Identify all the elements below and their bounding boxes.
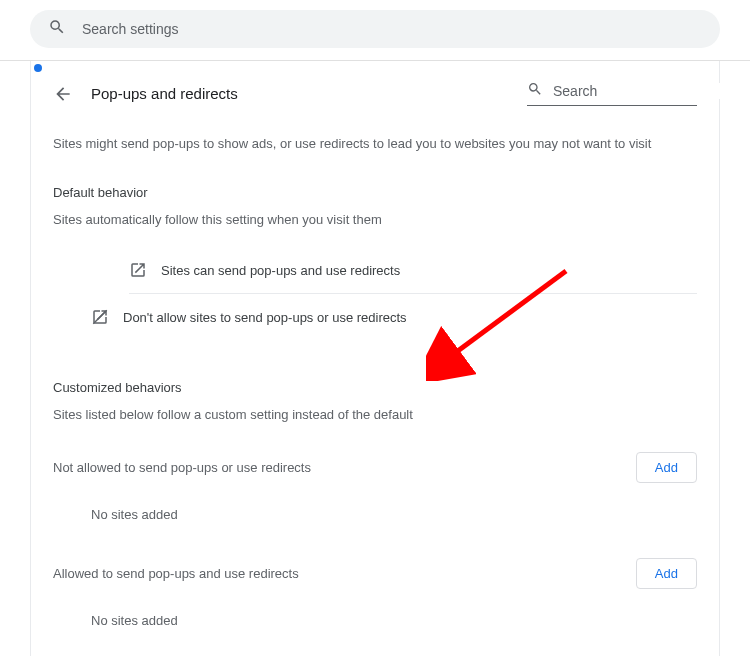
panel-search-input[interactable]: [553, 83, 728, 99]
panel-search[interactable]: [527, 81, 697, 106]
customized-title: Customized behaviors: [53, 380, 697, 395]
allowed-label: Allowed to send pop-ups and use redirect…: [53, 566, 299, 581]
radio-option-block[interactable]: Don't allow sites to send pop-ups or use…: [53, 294, 697, 340]
radio-group: Sites can send pop-ups and use redirects…: [53, 247, 697, 340]
popup-allowed-icon: [129, 261, 147, 279]
add-not-allowed-button[interactable]: Add: [636, 452, 697, 483]
search-icon: [48, 18, 66, 40]
default-behavior-subtitle: Sites automatically follow this setting …: [53, 212, 697, 227]
radio-option-allow[interactable]: Sites can send pop-ups and use redirects: [53, 247, 697, 294]
allowed-empty: No sites added: [91, 613, 697, 628]
svg-line-0: [93, 310, 107, 324]
radio-label-allow: Sites can send pop-ups and use redirects: [161, 263, 400, 278]
not-allowed-label: Not allowed to send pop-ups or use redir…: [53, 460, 311, 475]
page-description: Sites might send pop-ups to show ads, or…: [53, 136, 697, 151]
allowed-row: Allowed to send pop-ups and use redirect…: [53, 558, 697, 589]
header-left: Pop-ups and redirects: [53, 84, 238, 104]
global-search-bar[interactable]: [30, 10, 720, 48]
not-allowed-empty: No sites added: [91, 507, 697, 522]
customized-subtitle: Sites listed below follow a custom setti…: [53, 407, 697, 422]
settings-panel: Pop-ups and redirects Sites might send p…: [30, 61, 720, 656]
back-button[interactable]: [53, 84, 73, 104]
panel-header: Pop-ups and redirects: [53, 81, 697, 106]
default-behavior-title: Default behavior: [53, 185, 697, 200]
popup-blocked-icon: [91, 308, 109, 326]
search-icon: [527, 81, 553, 101]
global-search-input[interactable]: [82, 21, 702, 37]
page-title: Pop-ups and redirects: [91, 85, 238, 102]
radio-label-block: Don't allow sites to send pop-ups or use…: [123, 310, 407, 325]
add-allowed-button[interactable]: Add: [636, 558, 697, 589]
not-allowed-row: Not allowed to send pop-ups or use redir…: [53, 452, 697, 483]
